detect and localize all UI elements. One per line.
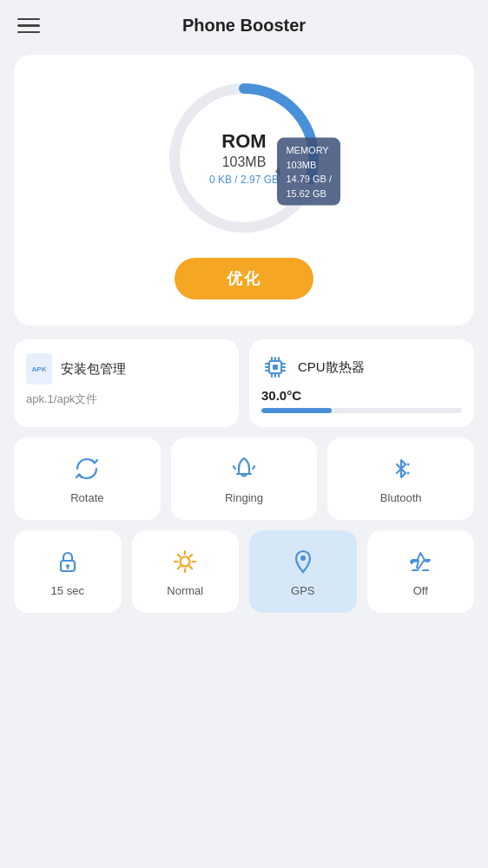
ringing-label: Ringing: [225, 491, 263, 504]
airplane-icon: [405, 546, 436, 577]
tooltip-value: 103MB: [286, 157, 332, 172]
svg-line-27: [190, 567, 193, 569]
tooltip-title: MEMORY: [286, 143, 332, 158]
icon-row-2: 15 sec Normal GPS: [14, 530, 474, 613]
brightness-icon: [169, 546, 201, 577]
header: Phone Booster: [0, 0, 488, 46]
gps-icon: [287, 546, 319, 577]
tooltip-line2: 14.79 GB /: [286, 172, 332, 187]
svg-line-26: [178, 555, 181, 557]
gps-label: GPS: [291, 584, 314, 597]
svg-point-16: [406, 464, 409, 466]
lock15-card[interactable]: 15 sec: [14, 530, 122, 613]
svg-rect-3: [273, 365, 278, 370]
apk-card[interactable]: APK 安装包管理 apk.1/apk文件: [14, 339, 239, 427]
normal-card[interactable]: Normal: [132, 530, 240, 613]
rotate-icon: [71, 453, 102, 484]
svg-point-21: [181, 557, 190, 567]
off-label: Off: [413, 584, 428, 597]
lock15-label: 15 sec: [51, 584, 84, 597]
cpu-icon: [261, 353, 289, 381]
memory-tooltip: MEMORY 103MB 14.79 GB / 15.62 GB: [277, 138, 340, 206]
icon-row-1: Rotate Ringing Blutooth: [14, 437, 474, 520]
apk-sub: apk.1/apk文件: [26, 391, 227, 407]
cpu-title: CPU散热器: [298, 359, 365, 376]
cpu-progress-bg: [261, 408, 462, 413]
apk-title: 安装包管理: [61, 361, 126, 378]
rom-circle: ROM 103MB 0 KB / 2.97 GB MEMORY 103MB 14…: [162, 76, 326, 240]
cpu-temp: 30.0°C: [261, 388, 462, 403]
cpu-card-header: CPU散热器: [261, 353, 462, 381]
rom-label: ROM: [209, 130, 279, 153]
svg-point-17: [406, 472, 409, 475]
bluetooth-card[interactable]: Blutooth: [327, 437, 474, 520]
rotate-card[interactable]: Rotate: [14, 437, 161, 520]
menu-icon[interactable]: [17, 18, 40, 34]
feature-cards-row: APK 安装包管理 apk.1/apk文件: [14, 339, 474, 427]
bluetooth-icon: [386, 453, 417, 484]
svg-point-30: [300, 556, 306, 561]
off-card[interactable]: Off: [367, 530, 475, 613]
lock-icon: [52, 546, 83, 577]
gps-card[interactable]: GPS: [249, 530, 357, 613]
rom-card: ROM 103MB 0 KB / 2.97 GB MEMORY 103MB 14…: [14, 55, 474, 326]
rotate-label: Rotate: [70, 491, 103, 504]
bluetooth-label: Blutooth: [380, 491, 422, 504]
apk-icon: APK: [26, 353, 52, 385]
optimize-button[interactable]: 优化: [175, 258, 313, 299]
cpu-progress-fill: [261, 408, 332, 413]
apk-card-header: APK 安装包管理: [26, 353, 227, 385]
normal-label: Normal: [167, 584, 203, 597]
cpu-card[interactable]: CPU散热器 30.0°C: [249, 339, 474, 427]
svg-line-28: [190, 555, 193, 557]
rom-sub: 0 KB / 2.97 GB: [209, 174, 279, 186]
rom-value: 103MB: [209, 155, 279, 170]
bell-icon: [228, 453, 260, 484]
svg-line-29: [178, 567, 181, 569]
ringing-card[interactable]: Ringing: [171, 437, 318, 520]
tooltip-line3: 15.62 GB: [286, 186, 332, 201]
page-title: Phone Booster: [182, 16, 306, 36]
